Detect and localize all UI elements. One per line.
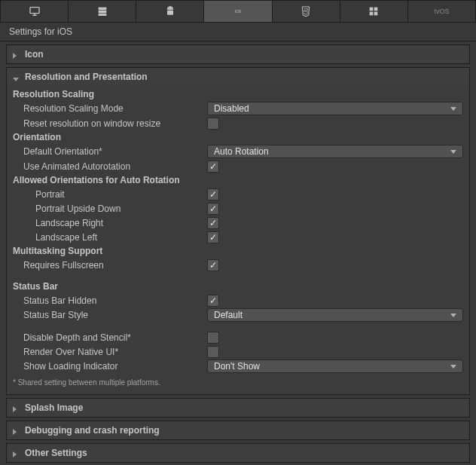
label-scaling-mode: Resolution Scaling Mode [13,103,207,114]
svg-text:iOS: iOS [235,10,241,14]
footnote-shared-setting: * Shared setting between multiple platfo… [7,374,469,390]
section-other: Other Settings [6,443,470,463]
dropdown-default-orientation[interactable]: Auto Rotation [207,145,463,158]
label-default-orientation: Default Orientation* [13,146,207,157]
section-title-other: Other Settings [25,448,87,458]
svg-rect-5 [98,14,106,16]
chevron-right-icon [13,404,20,411]
chevron-right-icon [13,449,20,457]
label-requires-fullscreen: Requires Fullscreen [13,260,207,271]
svg-rect-10 [370,8,374,11]
group-resolution-scaling: Resolution Scaling [7,87,469,101]
section-resolution: Resolution and Presentation Resolution S… [6,67,470,395]
svg-rect-4 [98,11,106,13]
svg-rect-11 [374,8,378,11]
group-orientation: Orientation [7,130,469,144]
tvos-label: tvOS [434,8,449,15]
dropdown-value-loading-indicator: Don't Show [214,361,260,372]
monitor-icon [29,5,41,17]
svg-point-8 [171,8,172,8]
checkbox-landscape-left[interactable] [207,231,219,243]
page-title: Settings for iOS [0,23,476,41]
server-icon [96,5,108,17]
chevron-down-icon [450,314,456,317]
label-portrait-upside-down: Portrait Upside Down [13,203,207,214]
label-status-bar-style: Status Bar Style [13,310,207,320]
tab-ios[interactable]: iOS [203,0,271,23]
dropdown-value-status-bar-style: Default [214,310,243,320]
svg-rect-12 [370,12,374,16]
section-header-icon[interactable]: Icon [7,45,469,63]
section-icon: Icon [6,44,470,64]
dropdown-loading-indicator[interactable]: Don't Show [207,359,463,373]
svg-rect-6 [167,11,173,15]
section-title-icon: Icon [25,49,44,60]
group-multitasking: Multitasking Support [7,244,469,258]
label-status-bar-hidden: Status Bar Hidden [13,295,207,306]
label-render-over-native: Render Over Native UI* [13,347,207,357]
checkbox-requires-fullscreen[interactable] [207,259,219,271]
checkbox-render-over-native[interactable] [207,346,219,358]
chevron-right-icon [13,427,20,434]
label-portrait: Portrait [13,189,207,200]
section-header-debugging[interactable]: Debugging and crash reporting [7,421,469,439]
svg-rect-0 [30,8,39,14]
checkbox-animated-autorotation[interactable] [207,161,219,173]
android-icon [164,5,176,17]
section-title-splash: Splash Image [25,402,83,413]
svg-point-7 [168,8,169,8]
dropdown-scaling-mode[interactable]: Disabled [207,102,463,115]
checkbox-disable-depth-stencil[interactable] [207,332,219,344]
tab-webgl[interactable] [272,0,340,23]
dropdown-value-scaling-mode: Disabled [214,103,249,114]
tab-android[interactable] [136,0,203,23]
label-loading-indicator: Show Loading Indicator [13,361,207,372]
label-landscape-left: Landscape Left [13,232,207,243]
label-landscape-right: Landscape Right [13,218,207,228]
checkbox-portrait[interactable] [207,188,219,200]
svg-rect-13 [374,12,378,16]
label-reset-resolution: Reset resolution on window resize [13,118,207,129]
checkbox-status-bar-hidden[interactable] [207,295,219,307]
section-header-resolution[interactable]: Resolution and Presentation [7,68,469,86]
dropdown-value-default-orientation: Auto Rotation [214,146,269,157]
chevron-down-icon [13,73,20,81]
html5-icon [300,5,312,17]
section-splash: Splash Image [6,398,470,418]
chevron-down-icon [450,107,456,111]
ios-icon: iOS [232,5,244,17]
chevron-down-icon [450,150,456,154]
group-allowed-orientations: Allowed Orientations for Auto Rotation [7,173,469,187]
checkbox-reset-resolution[interactable] [207,118,219,130]
windows-icon [368,5,380,17]
tab-windows[interactable] [340,0,407,23]
section-header-splash[interactable]: Splash Image [7,399,469,417]
chevron-right-icon [13,50,20,58]
label-animated-autorotation: Use Animated Autorotation [13,161,207,172]
chevron-down-icon [450,365,456,369]
dropdown-status-bar-style[interactable]: Default [207,308,463,322]
svg-rect-3 [98,8,106,10]
label-disable-depth-stencil: Disable Depth and Stencil* [13,332,207,343]
section-title-debugging: Debugging and crash reporting [25,425,160,436]
platform-tabs: iOS tvOS [0,0,476,23]
checkbox-landscape-right[interactable] [207,217,219,229]
tab-standalone[interactable] [0,0,68,23]
checkbox-portrait-upside-down[interactable] [207,203,219,215]
section-debugging: Debugging and crash reporting [6,421,470,440]
tab-tvos[interactable]: tvOS [407,0,476,23]
section-header-other[interactable]: Other Settings [7,444,469,462]
section-title-resolution: Resolution and Presentation [25,72,148,82]
tab-server[interactable] [68,0,136,23]
group-status-bar: Status Bar [7,280,469,293]
